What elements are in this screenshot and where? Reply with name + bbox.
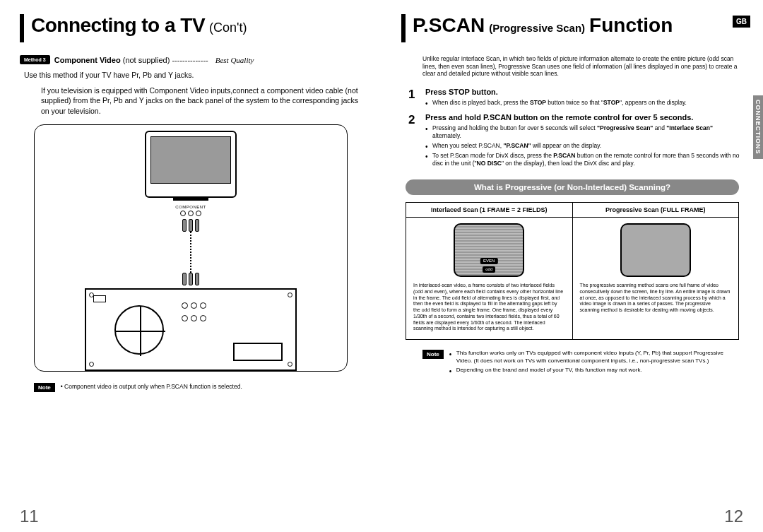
receiver-rear-icon [85, 288, 297, 371]
method-row: Method 3 Component Video (not supplied) … [20, 55, 362, 64]
interlaced-screen-icon: EVEN odd [454, 223, 524, 277]
note-left: Note • Component video is output only wh… [34, 383, 348, 392]
cable-plugs-bottom [182, 273, 199, 285]
scart-icon [233, 343, 283, 361]
title-bar-right: P.SCAN(Progressive Scan) Function [401, 14, 722, 42]
step-2-title: Press and hold P.SCAN button on the remo… [425, 113, 743, 122]
scan-comparison-table: Interlaced Scan (1 FRAME = 2 FIELDS) Pro… [406, 202, 739, 340]
note-pill-right: Note [422, 350, 444, 359]
page-number-left: 11 [20, 507, 39, 526]
step-1-title: Press STOP button. [425, 88, 743, 96]
page-number-right: 12 [724, 507, 743, 526]
method-text: Component Video (not supplied) ---------… [54, 56, 208, 64]
th-interlaced: Interlaced Scan (1 FRAME = 2 FIELDS) [406, 203, 573, 218]
title-progressive: (Progressive Scan) [489, 22, 585, 34]
step-2-bullet-1: Pressing and holding the button for over… [425, 124, 743, 140]
fan-icon [114, 305, 164, 355]
step-2-bullet-2: When you select P.SCAN, "P.SCAN" will ap… [425, 142, 743, 150]
step-2-num: 2 [408, 113, 420, 170]
step-2: 2 Press and hold P.SCAN button on the re… [408, 113, 743, 170]
title-bar-left: Connecting to a TV (Con't) [20, 14, 362, 42]
intro-line: Use this method if your TV have Pr, Pb a… [24, 70, 362, 80]
page-12: GB CONNECTIONS P.SCAN(Progressive Scan) … [382, 0, 763, 532]
note-text-left: • Component video is output only when P.… [61, 383, 242, 391]
intro-paragraph: Unlike regular Interlace Scan, in which … [422, 55, 743, 78]
step-2-bullet-3: To set P.Scan mode for DivX discs, press… [425, 152, 743, 167]
method-pill: Method 3 [20, 55, 50, 64]
step-1-bullet-1: When disc is played back, press the STOP… [425, 99, 743, 107]
cable-plugs-top [182, 219, 199, 232]
component-jacks-label: COMPONENT [175, 205, 206, 216]
language-badge: GB [733, 16, 750, 28]
title-function: Function [589, 14, 673, 37]
method-paragraph: If you television is equipped with Compo… [41, 85, 362, 116]
progressive-screen-icon [620, 223, 691, 277]
step-1: 1 Press STOP button. When disc is played… [408, 88, 743, 109]
cell-progressive: The progressive scanning method scans on… [573, 218, 739, 339]
cell-interlaced-text: In interlaced-scan video, a frame consis… [413, 283, 565, 332]
title-sub-left: (Con't) [209, 20, 247, 35]
note-right: Note This function works only on TVs equ… [422, 350, 739, 376]
section-heading-bar: What is Progressive (or Non-Interlaced) … [406, 179, 739, 195]
cable-icon [190, 232, 191, 273]
note-right-bullet-2: Depending on the brand and model of your… [449, 367, 739, 374]
title-main-left: Connecting to a TV [31, 14, 205, 37]
tv-icon [145, 131, 237, 198]
step-1-num: 1 [408, 88, 420, 109]
title-pscan: P.SCAN [413, 14, 485, 37]
best-quality-label: Best Quality [215, 56, 254, 64]
connection-diagram: COMPONENT [34, 124, 348, 372]
cell-interlaced: EVEN odd In interlaced-scan video, a fra… [406, 218, 573, 339]
page-11: Connecting to a TV (Con't) Method 3 Comp… [0, 0, 382, 532]
section-tab: CONNECTIONS [753, 95, 763, 159]
note-right-bullet-1: This function works only on TVs equipped… [449, 350, 739, 365]
note-pill-left: Note [34, 383, 55, 392]
cell-progressive-text: The progressive scanning method scans on… [580, 283, 732, 314]
th-progressive: Progressive Scan (FULL FRAME) [573, 203, 739, 218]
